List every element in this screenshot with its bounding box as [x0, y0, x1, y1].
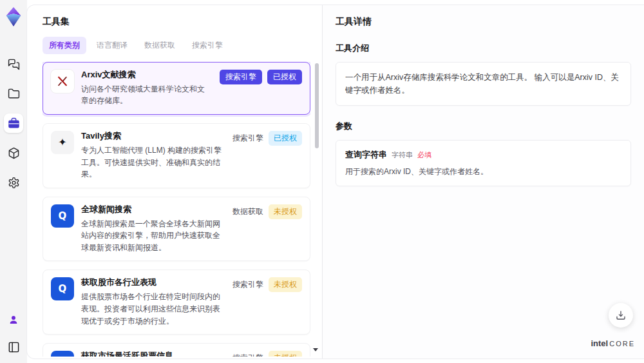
scrollbar-thumb[interactable]: [315, 63, 319, 148]
news-search-icon: Q: [51, 204, 74, 228]
chat-icon[interactable]: [4, 54, 23, 74]
tool-name: Tavily搜索: [81, 131, 224, 142]
settings-icon[interactable]: [4, 173, 23, 192]
folder-icon[interactable]: [4, 84, 23, 103]
tool-name: Arxiv文献搜索: [81, 70, 211, 81]
tools-panel: 工具集 所有类别语言翻译数据获取搜索引擎 Arxiv文献搜索 访问各个研究领域大…: [27, 5, 322, 358]
tool-description: 提供股票市场各个行业在特定时间段内的表现。投资者可以利用这些信息来识别表现优于或…: [81, 291, 224, 327]
intro-heading: 工具介绍: [336, 43, 631, 54]
tool-name: 全球新闻搜索: [81, 204, 224, 215]
tab-0[interactable]: 所有类别: [43, 37, 86, 54]
sparkle-icon: ✦: [51, 131, 74, 154]
news-search-icon: Q: [51, 277, 74, 300]
sidebar: [0, 0, 27, 363]
auth-status-badge: 未授权: [269, 277, 302, 292]
param-description: 用于搜索的Arxiv ID、关键字或作者姓名。: [345, 166, 621, 177]
sidebar-nav: [4, 54, 23, 192]
intel-core-logo: intelcore: [591, 337, 635, 349]
page-title: 工具集: [43, 16, 322, 28]
param-name: 查询字符串: [345, 149, 387, 161]
tool-detail-panel: 工具详情 工具介绍 一个用于从Arxiv存储库搜索科学论文和文章的工具。 输入可…: [322, 5, 644, 358]
download-icon: [615, 309, 627, 321]
auth-status-badge: 已授权: [269, 131, 302, 146]
tool-card[interactable]: Arxiv文献搜索 访问各个研究领域大量科学论文和文章的存储库。 搜索引擎 已授…: [43, 62, 310, 115]
param-required-badge: 必填: [417, 150, 431, 160]
download-button[interactable]: [609, 303, 633, 328]
tab-1[interactable]: 语言翻译: [90, 37, 134, 54]
arxiv-icon: [51, 70, 74, 93]
tool-card[interactable]: Q 全球新闻搜索 全球新闻搜索是一个聚合全球各大新闻网站内容的搜索引擎，帮助用户…: [43, 197, 310, 262]
category-tag: 搜索引擎: [232, 277, 263, 292]
tab-2[interactable]: 数据获取: [138, 37, 182, 54]
news-search-icon: Q: [51, 351, 74, 357]
detail-title: 工具详情: [336, 16, 631, 28]
tool-intro-text: 一个用于从Arxiv存储库搜索科学论文和文章的工具。 输入可以是Arxiv ID…: [345, 71, 621, 97]
tool-card[interactable]: Q 获取股市各行业表现 提供股票市场各个行业在特定时间段内的表现。投资者可以利用…: [43, 270, 310, 335]
tool-description: 访问各个研究领域大量科学论文和文章的存储库。: [81, 83, 211, 107]
toolbox-icon[interactable]: [4, 113, 23, 133]
sidebar-bottom: [4, 310, 23, 357]
package-icon[interactable]: [4, 143, 23, 162]
category-tag: 搜索引擎: [232, 351, 263, 357]
tool-card[interactable]: ✦ Tavily搜索 专为人工智能代理 (LLM) 构建的搜索引擎工具。可快速提…: [43, 123, 310, 188]
user-icon[interactable]: [4, 310, 23, 329]
core-logo-text: core: [609, 340, 635, 348]
content-area: 工具集 所有类别语言翻译数据获取搜索引擎 Arxiv文献搜索 访问各个研究领域大…: [27, 5, 644, 358]
scroll-down-arrow-icon[interactable]: [313, 348, 318, 351]
tool-name: 获取股市各行业表现: [81, 277, 224, 288]
category-tag: 搜索引擎: [232, 131, 263, 146]
param-type: 字符串: [392, 150, 413, 160]
tool-list: Arxiv文献搜索 访问各个研究领域大量科学论文和文章的存储库。 搜索引擎 已授…: [43, 62, 310, 357]
category-tag: 搜索引擎: [220, 70, 262, 84]
gem-logo-icon[interactable]: [4, 6, 23, 27]
category-tabs: 所有类别语言翻译数据获取搜索引擎: [43, 37, 322, 54]
params-heading: 参数: [336, 121, 631, 132]
auth-status-badge: 未授权: [269, 351, 302, 357]
intel-logo-text: intel: [591, 338, 608, 348]
tool-description: 专为人工智能代理 (LLM) 构建的搜索引擎工具。可快速提供实时、准确和真实的结…: [81, 144, 224, 181]
panel-toggle-icon[interactable]: [4, 337, 23, 357]
auth-status-badge: 未授权: [269, 204, 302, 219]
tool-card[interactable]: Q 获取市场最活跃股票信息 提供当天交易量最高的股票列表。投资者可以利用这些信息…: [43, 343, 310, 357]
category-tag: 数据获取: [232, 204, 263, 219]
tool-description: 全球新闻搜索是一个聚合全球各大新闻网站内容的搜索引擎，帮助用户快速获取全球最新资…: [81, 218, 224, 254]
tab-3[interactable]: 搜索引擎: [185, 37, 229, 54]
auth-status-badge: 已授权: [267, 70, 302, 84]
tool-name: 获取市场最活跃股票信息: [81, 351, 224, 357]
